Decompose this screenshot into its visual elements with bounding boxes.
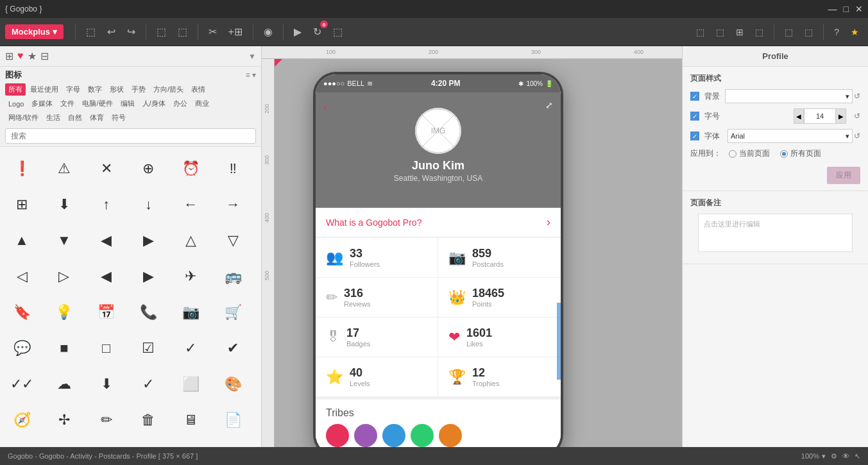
icon-grid-icon[interactable]: ⊞ <box>5 188 38 221</box>
close-button[interactable]: ✕ <box>855 4 863 14</box>
cat-sports[interactable]: 体育 <box>87 112 107 124</box>
cat-expression[interactable]: 表情 <box>188 83 208 96</box>
cat-logo[interactable]: Logo <box>5 97 27 110</box>
stat-postcards[interactable]: 📷 859 Postcards <box>438 238 561 278</box>
canvas-scroll[interactable]: ●●●○○ BELL ≋ 4:20 PM ✱ 100% 🔋 <box>275 59 682 447</box>
cat-computer[interactable]: 电脑/硬件 <box>79 97 115 110</box>
zoom-dropdown-icon[interactable]: ▾ <box>822 452 826 461</box>
icon-triangle-left[interactable]: ◀ <box>90 224 123 257</box>
tribe-avatar-4[interactable] <box>411 424 434 447</box>
icon-plane2[interactable]: ✈ <box>90 439 123 447</box>
cursor-icon[interactable]: ↖ <box>855 452 860 461</box>
stat-points[interactable]: 👑 18465 Points <box>438 278 561 317</box>
grid-button[interactable]: ⬚ <box>692 24 708 40</box>
icon-arrow-left[interactable]: ← <box>174 188 207 221</box>
stat-trophies[interactable]: 🏆 12 Trophies <box>438 357 561 397</box>
expand-button[interactable]: ⤢ <box>545 100 553 110</box>
icon-caret-up[interactable]: △ <box>174 224 207 257</box>
panel-icon-table[interactable]: ⊟ <box>40 50 49 62</box>
stat-likes[interactable]: ❤ 1601 Likes <box>438 317 561 357</box>
radio-all-pages[interactable]: 所有页面 <box>780 148 821 159</box>
cat-media[interactable]: 多媒体 <box>28 97 56 110</box>
cat-life[interactable]: 生活 <box>43 112 64 124</box>
panel-icon-star[interactable]: ★ <box>28 50 37 62</box>
icon-arrow-up[interactable]: ↑ <box>90 188 123 221</box>
icon-warning[interactable]: ⚠ <box>47 152 81 185</box>
icon-square-outline[interactable]: □ <box>90 332 123 365</box>
panel-collapse-button[interactable]: ▼ <box>248 52 256 61</box>
icon-camera[interactable]: 📷 <box>174 296 207 329</box>
fullscreen-button[interactable]: ⬚ <box>801 24 817 40</box>
fontfamily-refresh-icon[interactable]: ↺ <box>854 131 860 140</box>
shape-button[interactable]: ◉ <box>260 23 277 40</box>
fontsize-refresh-icon[interactable]: ↺ <box>854 112 860 121</box>
icon-square-solid[interactable]: ■ <box>47 332 81 365</box>
new-project-button[interactable]: ⬚ <box>82 23 99 40</box>
icon-circle-left[interactable]: ◀ <box>90 260 123 293</box>
icon-triangle-up[interactable]: ▲ <box>5 224 38 257</box>
icon-menu-button[interactable]: ≡ ▾ <box>246 71 256 80</box>
icon-arrow-right[interactable]: → <box>216 188 250 221</box>
tribe-avatar-1[interactable] <box>326 424 349 447</box>
icon-clock[interactable]: ⏰ <box>174 152 207 185</box>
minimize-button[interactable]: — <box>828 4 837 14</box>
icon-bulb[interactable]: 💡 <box>47 296 81 329</box>
cat-recent[interactable]: 最近使用 <box>27 83 62 96</box>
icon-check-circle[interactable]: ✓ <box>174 332 207 365</box>
bg-checkbox[interactable]: ✓ <box>690 92 699 101</box>
icon-bus[interactable]: 🚌 <box>216 260 250 293</box>
tribe-avatar-3[interactable] <box>382 424 405 447</box>
back-button[interactable]: ‹ <box>323 100 327 114</box>
icon-chat[interactable]: 💬 <box>5 332 38 365</box>
icon-circle-right[interactable]: ▶ <box>132 260 165 293</box>
icon-trash[interactable]: 🗑 <box>132 403 165 437</box>
tribe-avatar-5[interactable] <box>439 424 462 447</box>
cat-person[interactable]: 人/身体 <box>139 97 169 110</box>
favorite-button[interactable]: ★ <box>847 24 863 40</box>
icon-caret-right[interactable]: ▷ <box>47 260 81 293</box>
cat-network[interactable]: 网络/软件 <box>5 112 42 124</box>
icon-palette[interactable]: 🎨 <box>216 368 250 401</box>
bg-refresh-icon[interactable]: ↺ <box>854 92 860 101</box>
icon-split[interactable]: ◫ <box>5 439 38 447</box>
cat-shape[interactable]: 形状 <box>106 83 127 96</box>
cat-gesture[interactable]: 手势 <box>128 83 149 96</box>
fontsize-left-arrow[interactable]: ◀ <box>794 108 804 124</box>
icon-search-input[interactable] <box>5 128 256 144</box>
component-button[interactable]: ⊞ <box>732 24 747 40</box>
icon-calendar[interactable]: 📅 <box>90 296 123 329</box>
play-button[interactable]: ▶ <box>290 23 305 40</box>
cut-button[interactable]: ⬚ <box>153 23 170 40</box>
export-button[interactable]: ⬚ <box>329 23 346 40</box>
profile-image[interactable]: IMG <box>415 108 461 154</box>
icon-phone[interactable]: 📞 <box>132 296 165 329</box>
profile-tab-label[interactable]: Profile <box>762 51 788 61</box>
cat-nature[interactable]: 自然 <box>65 112 85 124</box>
apply-button[interactable]: 应用 <box>827 167 860 184</box>
zoom-control[interactable]: 100% ▾ <box>801 452 826 461</box>
cat-file[interactable]: 文件 <box>57 97 78 110</box>
eye-icon[interactable]: 👁 <box>842 452 849 460</box>
radio-current-page[interactable]: 当前页面 <box>729 148 770 159</box>
copy-button[interactable]: ⬚ <box>174 23 191 40</box>
stat-reviews[interactable]: ✏ 316 Reviews <box>316 278 438 317</box>
icon-double-exclamation[interactable]: ‼ <box>216 152 250 185</box>
icon-check-bold[interactable]: ✔ <box>216 332 250 365</box>
icon-clip[interactable]: 📎 <box>216 439 250 447</box>
fontsize-checkbox[interactable]: ✓ <box>690 112 699 121</box>
icon-double-check[interactable]: ✓✓ <box>5 368 38 401</box>
cat-symbol[interactable]: 符号 <box>108 112 129 124</box>
sync-button[interactable]: ↻ <box>309 23 325 40</box>
help-button[interactable]: ? <box>830 24 843 40</box>
icon-triangle-right[interactable]: ▶ <box>132 224 165 257</box>
icon-pencil[interactable]: ✏ <box>90 403 123 437</box>
fontfamily-checkbox[interactable]: ✓ <box>690 131 699 140</box>
cat-edit[interactable]: 编辑 <box>117 97 138 110</box>
cat-office[interactable]: 办公 <box>170 97 191 110</box>
icon-rect-outline[interactable]: ⬜ <box>174 368 207 401</box>
cat-letter[interactable]: 字母 <box>63 83 83 96</box>
icon-caret-down[interactable]: ▽ <box>216 224 250 257</box>
panel-icon-grid[interactable]: ⊞ <box>5 50 13 62</box>
icon-caret-left[interactable]: ◁ <box>5 260 38 293</box>
icon-exclamation[interactable]: ❗ <box>5 152 38 185</box>
